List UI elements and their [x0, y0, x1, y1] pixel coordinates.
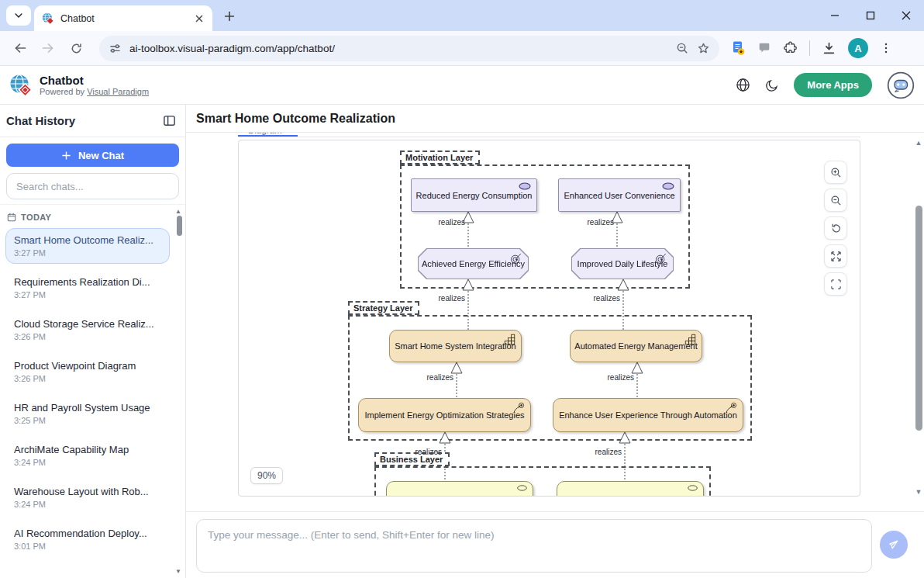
chat-history-item[interactable]: ArchiMate Capability Map 3:24 PM	[5, 438, 170, 473]
app-title: Chatbot	[40, 74, 149, 87]
course-of-action-icon	[725, 402, 737, 414]
chat-history-item[interactable]: Product Viewpoint Diagram 3:26 PM	[5, 354, 170, 389]
chat-extension-icon[interactable]	[757, 41, 771, 55]
plus-icon	[224, 11, 235, 22]
page-zoom-icon[interactable]	[676, 42, 689, 55]
url-bar[interactable]: ai-toolbox.visual-paradigm.com/app/chatb…	[99, 36, 719, 61]
reload-button[interactable]	[64, 36, 88, 60]
course-of-action-icon	[512, 402, 525, 414]
new-tab-button[interactable]	[219, 5, 240, 27]
chat-item-time: 3:24 PM	[14, 458, 161, 467]
new-chat-button[interactable]: New Chat	[6, 144, 179, 167]
relationship-label: realizes	[439, 294, 465, 303]
send-icon	[888, 538, 900, 551]
relationship-label: realizes	[608, 373, 634, 382]
main-scrollbar-thumb[interactable]	[915, 206, 922, 431]
app-header: Chatbot Powered by Visual Paradigm More …	[0, 66, 924, 105]
diagram-node-course-of-action: Enhance User Experience Through Automati…	[553, 398, 743, 432]
goal-icon	[519, 182, 531, 190]
node-label: Reduced Energy Consumption	[416, 191, 533, 200]
node-label: Enhanced User Convenience	[564, 191, 674, 200]
forward-button[interactable]	[36, 36, 60, 60]
reload-icon	[70, 42, 83, 55]
chat-history-item[interactable]: Cloud Storage Service Realiz... 3:26 PM	[5, 312, 170, 348]
menu-kebab-icon[interactable]	[880, 42, 892, 54]
chat-history-item[interactable]: Smart Home Outcome Realiz... 3:27 PM	[5, 228, 170, 264]
send-button[interactable]	[880, 531, 908, 559]
relationship-label: realizes	[594, 294, 620, 303]
browser-tab-strip: Chatbot	[0, 0, 924, 31]
chatbot-avatar-icon[interactable]	[887, 71, 915, 99]
chat-item-time: 3:27 PM	[14, 290, 161, 299]
tab-close-icon[interactable]	[192, 12, 206, 26]
browser-tab[interactable]: Chatbot	[34, 5, 212, 31]
chat-history-sidebar: Chat History New Chat TODAY	[0, 105, 186, 578]
maximize-button[interactable]	[853, 0, 888, 31]
chat-item-time: 3:24 PM	[14, 500, 161, 509]
scroll-up-icon[interactable]: ▲	[915, 139, 922, 147]
chat-item-title: Requirements Realization Di...	[14, 276, 161, 288]
tab-search-button[interactable]	[6, 5, 31, 26]
dark-mode-button[interactable]	[765, 78, 779, 92]
visual-paradigm-link[interactable]: Visual Paradigm	[87, 87, 149, 96]
chat-history-item[interactable]: HR and Payroll System Usage 3:25 PM	[5, 396, 170, 431]
extensions-row: A	[730, 38, 892, 58]
moon-icon	[765, 78, 779, 92]
window-controls	[817, 0, 924, 31]
search-input[interactable]	[6, 173, 179, 199]
chat-item-title: Cloud Storage Service Realiz...	[14, 318, 161, 330]
message-input[interactable]	[196, 519, 872, 573]
profile-avatar[interactable]: A	[848, 38, 868, 58]
node-label: Improved Daily Lifestyle	[578, 259, 668, 268]
diagram-node-outcome: Improved Daily Lifestyle	[571, 248, 674, 279]
close-button[interactable]	[888, 0, 924, 31]
chat-item-time: 3:01 PM	[14, 542, 161, 551]
minimize-button[interactable]	[817, 0, 853, 31]
realization-connectors	[239, 140, 860, 497]
motivation-layer-label: Motivation Layer	[400, 151, 480, 164]
diagram-node-capability: Smart Home System Integration	[389, 330, 522, 362]
scroll-down-icon[interactable]: ▼	[175, 568, 181, 575]
node-label: Implement Energy Optimization Strategies	[364, 410, 524, 420]
chat-list: TODAY Smart Home Outcome Realiz... 3:27 …	[0, 204, 185, 578]
chat-item-title: HR and Payroll System Usage	[14, 402, 161, 414]
chat-item-title: Smart Home Outcome Realiz...	[14, 234, 161, 246]
bookmark-star-icon[interactable]	[697, 42, 710, 55]
docs-extension-icon[interactable]	[730, 40, 746, 56]
diagram-node-business-service	[386, 481, 533, 497]
chat-history-item[interactable]: Requirements Realization Di... 3:27 PM	[5, 270, 170, 306]
downloads-icon[interactable]	[822, 41, 836, 56]
browser-toolbar: ai-toolbox.visual-paradigm.com/app/chatb…	[0, 31, 924, 66]
chat-history-item[interactable]: AI Recommendation Deploy... 3:01 PM	[5, 521, 170, 557]
chat-item-time: 3:26 PM	[14, 332, 161, 341]
chat-item-time: 3:25 PM	[14, 416, 161, 425]
relationship-label: realizes	[427, 373, 453, 382]
scroll-up-icon[interactable]: ▲	[175, 208, 181, 215]
chat-history-item[interactable]: Warehouse Layout with Rob... 3:24 PM	[5, 479, 170, 515]
favicon-vp-logo-icon	[42, 12, 54, 25]
sidebar-scrollbar-thumb[interactable]	[177, 216, 182, 236]
diagram-canvas[interactable]: Motivation Layer Strategy Layer Business…	[238, 140, 860, 497]
globe-icon	[736, 78, 750, 92]
diagram-node-capability: Smart Home System Integration Automated …	[570, 330, 702, 362]
site-settings-icon[interactable]	[109, 42, 122, 55]
calendar-icon	[7, 213, 16, 222]
active-tab-underline	[238, 135, 298, 137]
chat-item-title: AI Recommendation Deploy...	[14, 528, 161, 539]
back-button[interactable]	[9, 36, 32, 60]
extensions-puzzle-icon[interactable]	[783, 41, 798, 56]
node-label: Smart Home System Integration	[395, 341, 516, 351]
strategy-layer-label: Strategy Layer	[348, 301, 419, 315]
message-area: Diagram Motivation Layer Strategy Layer …	[186, 133, 924, 511]
forward-icon	[41, 41, 55, 55]
url-text[interactable]: ai-toolbox.visual-paradigm.com/app/chatb…	[129, 43, 668, 54]
scroll-down-icon[interactable]: ▼	[915, 488, 922, 496]
relationship-label: realizes	[439, 218, 465, 227]
zoom-level-badge: 90%	[250, 467, 283, 484]
chevron-down-icon	[13, 10, 24, 21]
tab-title: Chatbot	[60, 13, 186, 24]
more-apps-button[interactable]: More Apps	[794, 73, 872, 97]
sidebar-toggle-icon[interactable]	[163, 114, 176, 127]
message-composer	[186, 511, 924, 578]
language-button[interactable]	[736, 78, 750, 92]
